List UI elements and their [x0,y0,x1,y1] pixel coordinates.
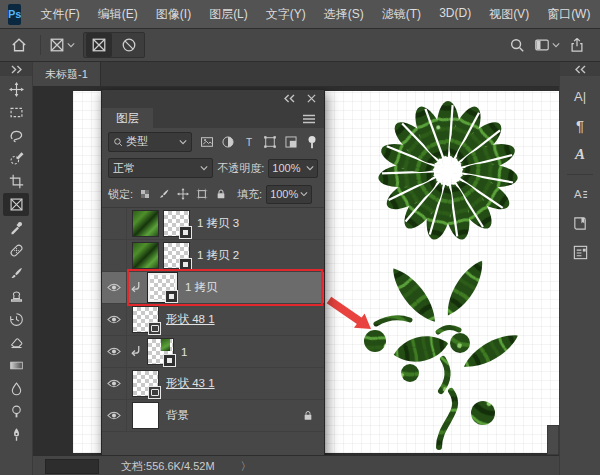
eraser-tool[interactable] [3,331,29,354]
layer-row-1[interactable]: 1 拷贝 3 [102,208,324,240]
layer-name[interactable]: 1 拷贝 3 [197,216,239,231]
paragraph-panel-button[interactable]: ¶ [565,112,595,139]
layer-thumbnail-leaf[interactable] [133,211,158,236]
visibility-toggle[interactable] [102,304,127,335]
status-options-chevron[interactable]: 〉 [241,459,252,474]
crop-tool[interactable] [3,170,29,193]
menu-bar: Ps 文件(F)编辑(E)图像(I)图层(L)文字(Y)选择(S)滤镜(T)3D… [0,0,600,29]
filter-smart-object-button[interactable] [281,132,300,151]
filter-adjustment-button[interactable] [218,132,237,151]
layer-thumbnail[interactable] [164,243,189,268]
lock-all-button[interactable] [213,186,229,202]
marquee-tool[interactable] [3,101,29,124]
clone-stamp-tool[interactable] [3,285,29,308]
layer-row-6[interactable]: 形状 43 1 [102,368,324,400]
blur-tool[interactable] [3,377,29,400]
filter-image-button[interactable] [197,132,216,151]
zoom-field[interactable] [45,459,99,474]
blend-mode-select[interactable]: 正常 [108,158,213,178]
menu-item[interactable]: 图像(I) [147,6,200,23]
share-button[interactable] [564,33,590,57]
character-styles-panel-button[interactable]: A [565,181,595,208]
layer-name[interactable]: 形状 43 1 [166,376,215,391]
properties-panel-button[interactable] [565,239,595,266]
layer-thumbnail-leaf[interactable] [133,243,158,268]
layer-name[interactable]: 1 [181,346,187,358]
fill-field[interactable]: 100% [266,185,312,204]
layers-tab[interactable]: 图层 [102,108,153,128]
menu-item[interactable]: 文字(Y) [257,6,315,23]
visibility-toggle[interactable] [102,400,127,431]
close-panel-icon[interactable] [307,94,316,103]
opacity-field[interactable]: 100% [268,159,318,178]
menu-item[interactable]: 编辑(E) [89,6,147,23]
home-button[interactable] [6,33,32,57]
visibility-toggle[interactable] [102,336,127,367]
layer-thumbnail[interactable] [164,211,189,236]
layer-name[interactable]: 背景 [166,408,189,423]
layer-row-7[interactable]: 背景 [102,400,324,432]
tool-mode-1[interactable] [86,33,112,57]
dock-collapse-button[interactable] [560,62,600,76]
visibility-toggle[interactable] [102,368,127,399]
menu-item[interactable]: 3D(D) [430,6,480,23]
menu-item[interactable]: 图层(L) [200,6,257,23]
menu-item[interactable]: 视图(V) [480,6,538,23]
collapse-panel-icon[interactable] [284,94,295,103]
layer-name[interactable]: 形状 48 1 [166,312,215,327]
visibility-toggle[interactable] [102,240,127,271]
object-selection-tool[interactable] [3,147,29,170]
panel-menu-icon[interactable] [302,114,316,124]
paint-lock-button[interactable] [156,186,172,202]
separator [40,35,41,55]
menu-item[interactable]: 窗口(W) [538,6,599,23]
menu-item[interactable]: 选择(S) [315,6,373,23]
tools-collapse-button[interactable] [0,62,32,76]
layer-thumbnail[interactable] [133,307,158,332]
layer-thumbnail[interactable] [148,339,173,364]
layer-row-3[interactable]: 1 拷贝 [102,272,324,304]
filter-kind-select[interactable]: 类型 [108,132,192,152]
tool-mode-2[interactable] [116,33,142,57]
move-tool[interactable] [3,78,29,101]
dodge-tool[interactable] [3,400,29,423]
eyedropper-tool[interactable] [3,216,29,239]
pen-tool[interactable] [3,423,29,446]
layer-row-4[interactable]: 形状 48 1 [102,304,324,336]
filter-type-button[interactable]: T [239,132,258,151]
layer-thumbnail[interactable] [133,403,158,428]
layer-thumbnail[interactable] [133,371,158,396]
type-icon: T [242,135,256,149]
menu-item[interactable]: 滤镜(T) [373,6,430,23]
healing-brush-tool[interactable] [3,239,29,262]
brush-tool[interactable] [3,262,29,285]
scrollbar-corner[interactable] [547,425,559,455]
layer-thumbnail[interactable] [148,273,177,302]
layer-name[interactable]: 1 拷贝 2 [197,248,239,263]
tool-preset-button[interactable] [49,33,75,57]
lasso-tool[interactable] [3,124,29,147]
artboard-lock-button[interactable] [194,186,210,202]
gradient-tool[interactable] [3,354,29,377]
search-icon [113,137,123,147]
visibility-toggle[interactable] [102,208,127,239]
document-tab[interactable]: 未标题-1 [33,62,101,86]
position-lock-button[interactable] [175,186,191,202]
clipping-mask-icon [129,345,142,358]
frame-tool[interactable] [3,193,29,216]
workspace-button[interactable] [534,33,560,57]
glyphs-panel-button[interactable]: A [565,141,595,168]
paragraph-styles-panel-button[interactable] [565,210,595,237]
layer-name[interactable]: 1 拷贝 [185,280,218,295]
search-button[interactable] [504,33,530,57]
filter-shape-button[interactable] [260,132,279,151]
menu-item[interactable]: 文件(F) [31,6,88,23]
history-brush-tool[interactable] [3,308,29,331]
marquee-tool-icon [9,105,24,120]
transparency-lock-button[interactable] [137,186,153,202]
visibility-toggle[interactable] [102,272,127,303]
layer-row-2[interactable]: 1 拷贝 2 [102,240,324,272]
layer-row-5[interactable]: 1 [102,336,324,368]
pin-icon[interactable] [306,135,318,149]
character-panel-button[interactable]: A| [565,83,595,110]
